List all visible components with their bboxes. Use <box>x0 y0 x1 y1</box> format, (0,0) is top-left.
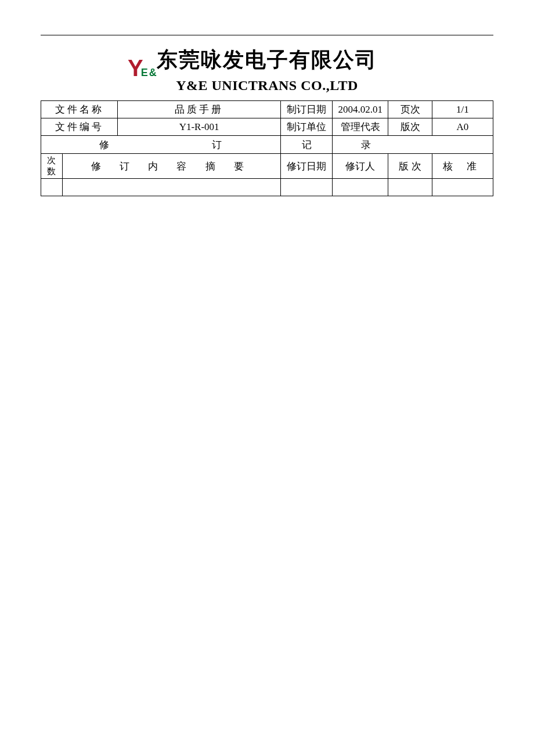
cell-rev-date <box>280 179 333 196</box>
value-issue-date: 2004.02.01 <box>333 101 388 118</box>
cell-seq <box>41 179 63 196</box>
company-name-cn: 东莞咏发电子有限公司 <box>157 46 377 74</box>
revision-title-row: 修订 记 录 <box>41 136 493 154</box>
label-doc-number: 文件编号 <box>41 118 118 136</box>
cell-rev-version <box>388 179 432 196</box>
header-summary: 修 订 内 容 摘 要 <box>62 154 280 179</box>
company-name-en: Y&E UNICTRANS CO.,LTD <box>157 78 377 93</box>
label-issue-date: 制订日期 <box>280 101 333 118</box>
value-doc-name: 品质手册 <box>118 101 280 118</box>
cell-approve <box>432 179 493 196</box>
rev-char-d: 录 <box>340 138 392 152</box>
company-logo: YE& <box>128 56 157 80</box>
top-rule <box>41 35 493 35</box>
title-group: 东莞咏发电子有限公司 Y&E UNICTRANS CO.,LTD <box>157 46 377 93</box>
label-doc-name: 文件名称 <box>41 101 118 118</box>
meta-row-1: 文件名称 品质手册 制订日期 2004.02.01 页次 1/1 <box>41 101 493 118</box>
label-issue-unit: 制订单位 <box>280 118 333 136</box>
rev-char-c: 记 <box>280 136 332 153</box>
cell-rev-person <box>333 179 388 196</box>
label-version: 版次 <box>388 118 432 136</box>
header-seq: 次数 <box>41 154 63 179</box>
revision-empty-row <box>41 179 493 196</box>
header-approve: 核 准 <box>432 154 493 179</box>
value-version: A0 <box>432 118 493 136</box>
document-table: 文件名称 品质手册 制订日期 2004.02.01 页次 1/1 文件编号 Y1… <box>41 100 493 154</box>
cell-summary <box>62 179 280 196</box>
revision-header-row: 次数 修 订 内 容 摘 要 修订日期 修订人 版 次 核 准 <box>41 154 493 179</box>
value-issue-unit: 管理代表 <box>333 118 388 136</box>
header-rev-version: 版 次 <box>388 154 432 179</box>
value-page: 1/1 <box>432 101 493 118</box>
header-block: YE& 东莞咏发电子有限公司 Y&E UNICTRANS CO.,LTD <box>41 46 493 93</box>
value-doc-number: Y1-R-001 <box>118 118 280 136</box>
label-page: 页次 <box>388 101 432 118</box>
logo-e-icon: E <box>141 67 148 79</box>
document-page: YE& 东莞咏发电子有限公司 Y&E UNICTRANS CO.,LTD 文件名… <box>0 0 534 196</box>
header-rev-date: 修订日期 <box>280 154 333 179</box>
meta-row-2: 文件编号 Y1-R-001 制订单位 管理代表 版次 A0 <box>41 118 493 136</box>
header-rev-person: 修订人 <box>333 154 388 179</box>
logo-amp-icon: & <box>149 67 157 79</box>
rev-char-a: 修 <box>48 138 161 152</box>
revision-table: 次数 修 订 内 容 摘 要 修订日期 修订人 版 次 核 准 <box>41 154 493 196</box>
rev-char-b: 订 <box>161 138 273 152</box>
